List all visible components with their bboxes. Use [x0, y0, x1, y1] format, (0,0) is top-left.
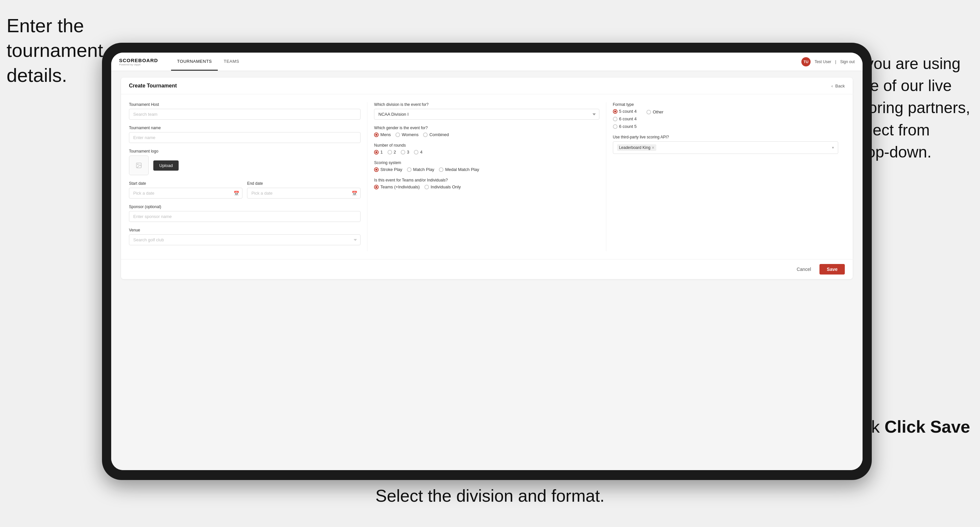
form-left-column: Tournament Host Tournament name Tourname… [129, 102, 368, 251]
tag-close-icon[interactable]: × [652, 145, 654, 150]
logo-sub: Powered by clippit [119, 63, 158, 66]
rounds-label: Number of rounds [374, 143, 599, 148]
division-label: Which division is the event for? [374, 102, 599, 107]
individuals-radio [424, 185, 429, 189]
rounds-3[interactable]: 3 [401, 149, 409, 154]
live-scoring-input[interactable]: Leaderboard King × ▾ [613, 141, 838, 154]
create-tournament-card: Create Tournament ‹ Back Tournament Host [121, 78, 853, 279]
gender-mens-radio [374, 132, 379, 137]
tournament-host-input[interactable] [129, 109, 361, 120]
end-date-wrap: 📅 [247, 188, 361, 198]
individuals-option[interactable]: Individuals Only [424, 184, 461, 189]
end-date-label: End date [247, 181, 361, 186]
division-select[interactable]: NCAA Division I [374, 109, 599, 120]
cancel-button[interactable]: Cancel [792, 264, 816, 275]
scoring-radio-group: Stroke Play Match Play Medal Match Play [374, 167, 599, 172]
rounds-group: Number of rounds 1 2 [374, 143, 599, 154]
upload-button[interactable]: Upload [153, 160, 179, 171]
card-title: Create Tournament [129, 83, 177, 89]
live-scoring-tag: Leaderboard King × [617, 144, 657, 151]
live-scoring-group: Use third-party live scoring API? Leader… [613, 135, 838, 154]
scoring-medal[interactable]: Medal Match Play [439, 167, 479, 172]
gender-group: Which gender is the event for? Mens Wome… [374, 125, 599, 137]
sponsor-group: Sponsor (optional) [129, 205, 361, 222]
annotation-topleft: Enter the tournament details. [6, 13, 103, 87]
venue-select[interactable]: Search golf club [129, 234, 361, 245]
logo: SCOREBOARD Powered by clippit [119, 57, 158, 66]
teams-label: Is this event for Teams and/or Individua… [374, 178, 599, 183]
separator: | [835, 59, 836, 64]
rounds-1-radio [374, 150, 379, 154]
logo-placeholder [129, 156, 149, 175]
signout-link[interactable]: Sign out [840, 59, 855, 64]
sponsor-label: Sponsor (optional) [129, 205, 361, 209]
tournament-name-group: Tournament name [129, 125, 361, 143]
venue-group: Venue Search golf club [129, 228, 361, 245]
format-other[interactable]: Other [646, 110, 663, 114]
form-right-column: Format type 5 count 4 [606, 102, 845, 251]
format-group: Format type 5 count 4 [613, 102, 838, 129]
rounds-4[interactable]: 4 [414, 149, 422, 154]
tournament-logo-group: Tournament logo Upload [129, 149, 361, 175]
back-link[interactable]: ‹ Back [831, 84, 845, 89]
format-5count4-radio [613, 109, 617, 114]
rounds-1[interactable]: 1 [374, 149, 383, 154]
dropdown-icon: ▾ [832, 145, 834, 150]
card-header: Create Tournament ‹ Back [121, 78, 853, 94]
card-footer: Cancel Save [121, 259, 853, 279]
scoring-match-radio [407, 167, 412, 172]
rounds-2-radio [388, 150, 392, 154]
scoring-medal-radio [439, 167, 444, 172]
date-row: Start date 📅 End date [129, 181, 361, 198]
end-date-group: End date 📅 [247, 181, 361, 198]
division-group: Which division is the event for? NCAA Di… [374, 102, 599, 120]
tab-teams[interactable]: TEAMS [218, 52, 245, 71]
tab-tournaments[interactable]: TOURNAMENTS [171, 52, 218, 71]
scoring-label: Scoring system [374, 160, 599, 165]
scoring-stroke[interactable]: Stroke Play [374, 167, 402, 172]
start-date-input[interactable] [129, 188, 242, 198]
logo-upload: Upload [129, 156, 361, 175]
end-date-input[interactable] [247, 188, 361, 198]
gender-combined[interactable]: Combined [423, 132, 449, 137]
start-date-group: Start date 📅 [129, 181, 242, 198]
gender-combined-radio [423, 132, 428, 137]
start-date-wrap: 📅 [129, 188, 242, 198]
teams-option[interactable]: Teams (+Individuals) [374, 184, 420, 189]
tournament-host-group: Tournament Host [129, 102, 361, 120]
dates-group: Start date 📅 End date [129, 181, 361, 198]
gender-womens[interactable]: Womens [395, 132, 418, 137]
scoring-group: Scoring system Stroke Play Match Play [374, 160, 599, 172]
app: SCOREBOARD Powered by clippit TOURNAMENT… [111, 52, 862, 470]
format-6count4-radio [613, 117, 617, 121]
annotation-bottom: Select the division and format. [375, 485, 605, 507]
start-date-label: Start date [129, 181, 242, 186]
calendar-icon-2: 📅 [352, 190, 357, 196]
rounds-4-radio [414, 150, 418, 154]
gender-label: Which gender is the event for? [374, 125, 599, 130]
tournament-logo-label: Tournament logo [129, 149, 361, 154]
tablet: SCOREBOARD Powered by clippit TOURNAMENT… [102, 43, 872, 480]
sponsor-input[interactable] [129, 211, 361, 222]
save-button[interactable]: Save [819, 264, 845, 275]
nav-tabs: TOURNAMENTS TEAMS [171, 52, 245, 71]
calendar-icon: 📅 [234, 190, 239, 196]
tournament-name-input[interactable] [129, 132, 361, 143]
format-other-radio [646, 110, 651, 114]
rounds-3-radio [401, 150, 405, 154]
card-body: Tournament Host Tournament name Tourname… [121, 94, 853, 259]
format-options: 5 count 4 6 count 4 [613, 109, 838, 129]
avatar: TU [801, 57, 811, 67]
tournament-host-label: Tournament Host [129, 102, 361, 107]
navigation: SCOREBOARD Powered by clippit TOURNAMENT… [111, 52, 862, 71]
rounds-2[interactable]: 2 [388, 149, 396, 154]
svg-point-2 [137, 164, 138, 165]
format-6count4[interactable]: 6 count 4 [613, 116, 637, 121]
gender-mens[interactable]: Mens [374, 132, 391, 137]
format-6count5[interactable]: 6 count 5 [613, 124, 637, 129]
username: Test User [815, 59, 831, 64]
tablet-screen: SCOREBOARD Powered by clippit TOURNAMENT… [111, 52, 862, 470]
format-5count4[interactable]: 5 count 4 [613, 109, 637, 114]
scoring-match[interactable]: Match Play [407, 167, 434, 172]
back-arrow-icon: ‹ [831, 84, 833, 89]
